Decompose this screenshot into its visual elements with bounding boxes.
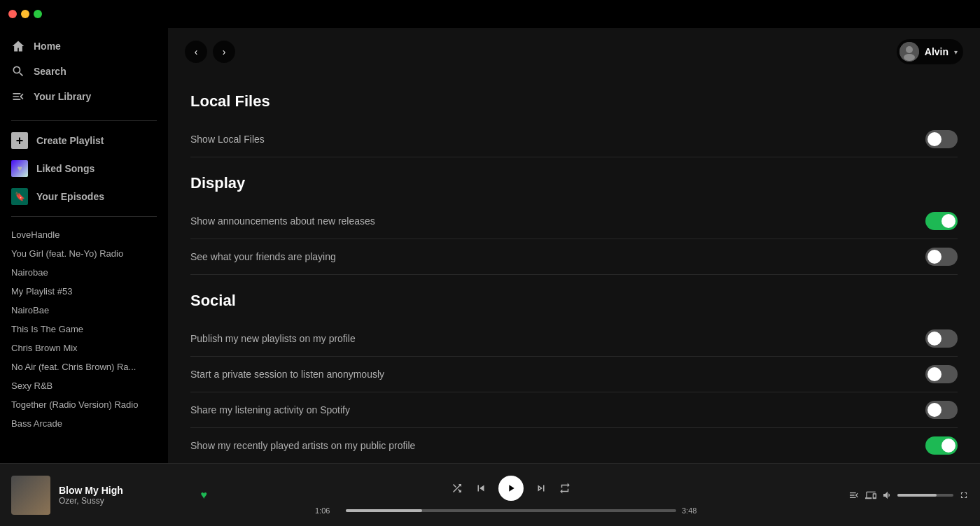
settings-content: Local Files Show Local Files Display <box>168 92 980 463</box>
section-title-local-files: Local Files <box>190 92 958 111</box>
setting-row-show-recently-played: Show my recently played artists on my pu… <box>190 428 958 463</box>
play-pause-button[interactable] <box>498 476 524 501</box>
search-icon <box>11 64 25 78</box>
liked-songs-icon: ♥ <box>11 160 28 177</box>
toggle-track[interactable] <box>925 130 958 148</box>
track-info: Blow My High Ozer, Sussy ♥ <box>11 476 207 515</box>
nav-arrows: ‹ › <box>185 41 235 63</box>
sidebar-item-library[interactable]: Your Library <box>0 84 168 109</box>
close-button[interactable] <box>8 10 17 18</box>
toggle-publish-playlists[interactable] <box>925 329 958 348</box>
toggle-show-local-files[interactable] <box>925 130 958 148</box>
sidebar-item-home-label: Home <box>34 41 61 52</box>
minimize-button[interactable] <box>21 10 29 18</box>
toggle-thumb <box>927 250 941 264</box>
volume-icon[interactable] <box>882 490 893 501</box>
section-social: Social Publish my new playlists on my pr… <box>190 292 958 463</box>
toggle-track[interactable] <box>925 212 958 230</box>
toggle-thumb <box>927 132 941 146</box>
svg-point-1 <box>906 46 913 53</box>
toggle-track[interactable] <box>925 365 958 383</box>
queue-button[interactable] <box>848 490 860 501</box>
track-text: Blow My High Ozer, Sussy <box>59 485 187 506</box>
toggle-show-recently-played[interactable] <box>925 436 958 455</box>
sidebar-item-library-label: Your Library <box>34 91 91 102</box>
toggle-thumb <box>941 439 955 453</box>
track-name: Blow My High <box>59 485 187 496</box>
traffic-lights <box>8 10 42 18</box>
previous-button[interactable] <box>475 482 487 495</box>
toggle-show-announcements[interactable] <box>925 212 958 230</box>
liked-songs-label: Liked Songs <box>36 163 94 174</box>
setting-row-publish-playlists: Publish my new playlists on my profile <box>190 321 958 357</box>
maximize-button[interactable] <box>34 10 42 18</box>
toggle-private-session[interactable] <box>925 365 958 383</box>
sidebar-item-search[interactable]: Search <box>0 59 168 84</box>
playlist-item[interactable]: Bass Arcade <box>0 414 168 433</box>
sidebar-divider-1 <box>11 120 157 121</box>
playlist-item[interactable]: This Is The Game <box>0 320 168 339</box>
playlist-item[interactable]: My Playlist #53 <box>0 282 168 301</box>
toggle-track[interactable] <box>925 436 958 455</box>
toggle-thumb <box>941 214 955 228</box>
setting-label: Share my listening activity on Spotify <box>190 404 925 415</box>
playlist-item[interactable]: Chris Brown Mix <box>0 339 168 357</box>
create-playlist-label: Create Playlist <box>36 135 104 146</box>
playlist-list: LoveHandle You Girl (feat. Ne-Yo) Radio … <box>0 222 168 463</box>
nav-section: Home Search Your L <box>0 28 168 115</box>
playlist-item[interactable]: LoveHandle <box>0 225 168 244</box>
back-button[interactable]: ‹ <box>185 41 207 63</box>
like-button[interactable]: ♥ <box>201 489 208 502</box>
library-icon <box>11 90 25 104</box>
sidebar-create-playlist[interactable]: + Create Playlist <box>0 127 168 155</box>
section-title-display: Display <box>190 174 958 192</box>
toggle-thumb <box>927 403 941 417</box>
sidebar-divider-2 <box>11 216 157 217</box>
forward-button[interactable]: › <box>213 41 235 63</box>
playlist-item[interactable]: NairoBae <box>0 301 168 320</box>
chevron-down-icon: ▾ <box>954 48 958 56</box>
toggle-share-listening[interactable] <box>925 401 958 419</box>
sidebar-item-home[interactable]: Home <box>0 34 168 59</box>
section-local-files: Local Files Show Local Files <box>190 92 958 157</box>
volume-track[interactable] <box>897 494 953 497</box>
your-episodes-label: Your Episodes <box>36 191 104 202</box>
episodes-icon: 🔖 <box>11 188 28 205</box>
setting-row-share-listening: Share my listening activity on Spotify <box>190 392 958 428</box>
avatar <box>899 42 919 62</box>
toggle-thumb <box>927 367 941 381</box>
setting-label: See what your friends are playing <box>190 251 925 262</box>
user-menu[interactable]: Alvin ▾ <box>897 39 963 64</box>
repeat-button[interactable] <box>559 482 571 495</box>
playlist-item[interactable]: Nairobae <box>0 263 168 282</box>
sidebar: Home Search Your L <box>0 28 168 463</box>
right-controls <box>815 490 969 501</box>
playlist-item[interactable]: Sexy R&B <box>0 376 168 395</box>
progress-track[interactable] <box>346 509 676 512</box>
next-button[interactable] <box>535 482 547 495</box>
sidebar-liked-songs[interactable]: ♥ Liked Songs <box>0 155 168 183</box>
progress-bar-area: 1:06 3:48 <box>315 506 707 515</box>
volume-area <box>882 490 953 501</box>
setting-row-show-announcements: Show announcements about new releases <box>190 204 958 239</box>
expand-button[interactable] <box>959 490 969 500</box>
playlist-item[interactable]: No Air (feat. Chris Brown) Ra... <box>0 357 168 376</box>
setting-row-show-local-files: Show Local Files <box>190 122 958 157</box>
section-title-social: Social <box>190 292 958 310</box>
devices-button[interactable] <box>865 490 876 501</box>
playlist-item[interactable]: Together (Radio Version) Radio <box>0 395 168 414</box>
toggle-track[interactable] <box>925 401 958 419</box>
setting-label: Show Local Files <box>190 134 925 145</box>
toggle-track[interactable] <box>925 248 958 266</box>
toggle-see-friends-playing[interactable] <box>925 248 958 266</box>
playlist-item[interactable]: You Girl (feat. Ne-Yo) Radio <box>0 244 168 263</box>
shuffle-button[interactable] <box>451 482 463 495</box>
track-art-image <box>11 476 50 515</box>
track-artist: Ozer, Sussy <box>59 496 187 506</box>
volume-fill <box>897 494 937 497</box>
toggle-track[interactable] <box>925 329 958 348</box>
sidebar-your-episodes[interactable]: 🔖 Your Episodes <box>0 183 168 211</box>
player-controls: 1:06 3:48 <box>207 476 815 515</box>
progress-fill <box>346 509 422 512</box>
now-playing-bar: Blow My High Ozer, Sussy ♥ <box>0 463 980 526</box>
